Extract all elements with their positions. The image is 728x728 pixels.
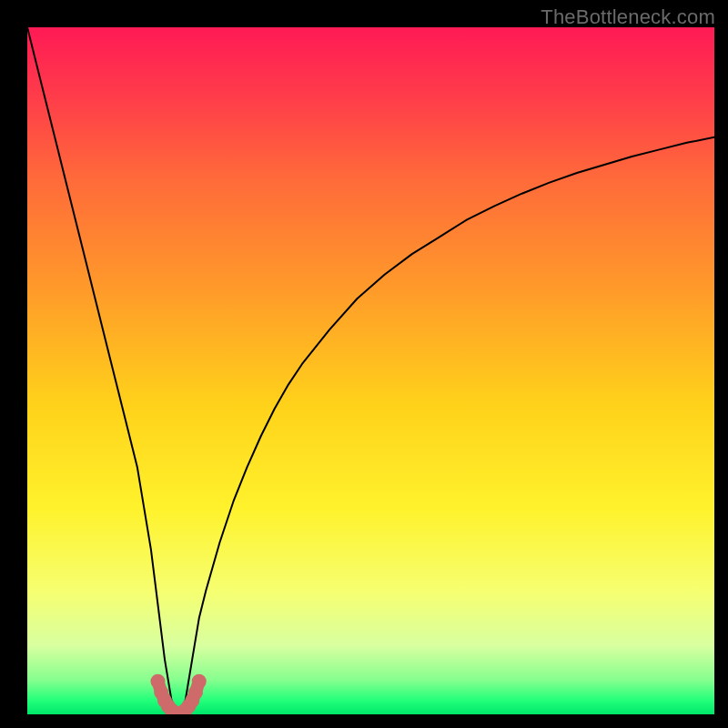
optimal-highlight-dot	[192, 674, 207, 689]
chart-svg	[27, 27, 714, 714]
chart-gradient-background	[27, 27, 714, 714]
chart-frame: TheBottleneck.com	[0, 0, 728, 728]
chart-plot-area	[27, 27, 714, 714]
watermark-label: TheBottleneck.com	[541, 5, 715, 29]
